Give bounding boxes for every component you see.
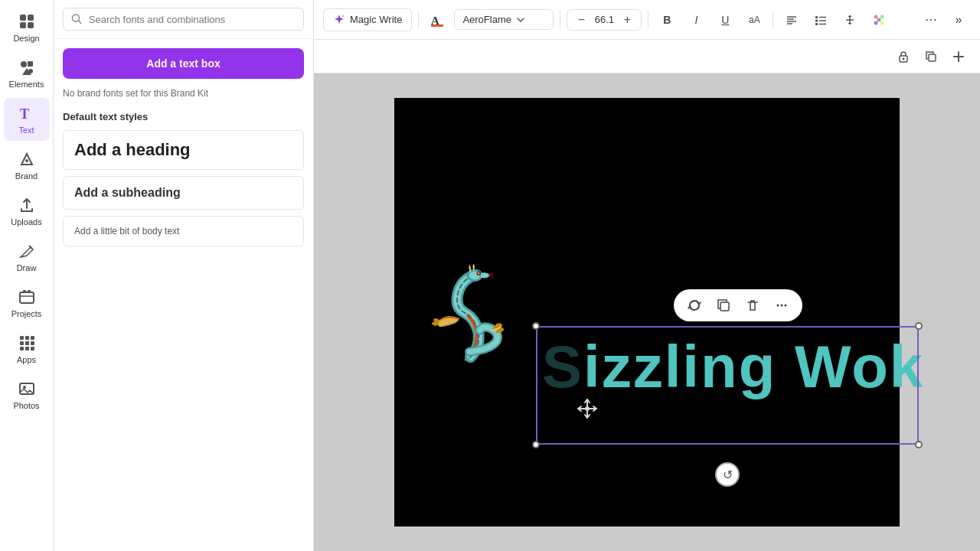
sidebar-item-label-photos: Photos <box>13 401 39 410</box>
sidebar-item-text[interactable]: T Text <box>4 98 50 141</box>
sidebar-item-brand[interactable]: Brand <box>4 144 50 187</box>
main-area: Magic Write A AeroFlame − 66.1 + B <box>314 0 980 551</box>
text-element[interactable]: Sizzling Wok ↺ <box>536 326 919 445</box>
draw-icon <box>18 242 36 260</box>
context-more-button[interactable] <box>770 294 793 317</box>
icon-sidebar: Design Elements T Text Brand <box>0 0 54 551</box>
context-rotate-icon <box>688 298 701 312</box>
dragon-logo[interactable] <box>419 264 522 367</box>
align-button[interactable] <box>779 8 804 32</box>
subheading-style-item[interactable]: Add a subheading <box>63 176 304 210</box>
svg-rect-7 <box>28 69 33 73</box>
svg-rect-5 <box>28 61 33 67</box>
font-size-increase[interactable]: + <box>619 13 635 27</box>
add-element-button[interactable] <box>946 44 971 69</box>
copy-icon <box>925 51 937 63</box>
search-box[interactable] <box>63 8 304 31</box>
expand-button[interactable]: » <box>946 8 971 32</box>
svg-rect-18 <box>31 341 34 345</box>
font-size-decrease[interactable]: − <box>573 13 589 27</box>
handle-top-left[interactable] <box>532 322 540 330</box>
svg-point-40 <box>880 15 884 18</box>
expand-label: » <box>956 13 962 27</box>
canvas-container[interactable]: Sizzling Wok ↺ <box>314 73 980 551</box>
sidebar-item-label-projects: Projects <box>11 309 42 318</box>
context-copy-button[interactable] <box>712 294 735 317</box>
svg-rect-31 <box>815 16 818 18</box>
handle-bottom-left[interactable] <box>532 441 540 448</box>
brand-icon <box>18 150 36 168</box>
magic-write-button[interactable]: Magic Write <box>323 8 412 31</box>
font-size-value[interactable]: 66.1 <box>592 14 616 25</box>
svg-point-56 <box>781 305 783 307</box>
more-options-button[interactable]: ⋯ <box>919 8 943 32</box>
canvas[interactable]: Sizzling Wok ↺ <box>394 98 900 527</box>
font-panel-header <box>54 0 313 39</box>
context-copy-icon <box>717 298 730 312</box>
svg-rect-17 <box>25 341 29 345</box>
apps-icon <box>18 334 36 352</box>
svg-rect-2 <box>20 22 26 28</box>
bold-button[interactable]: B <box>655 8 679 32</box>
align-icon <box>786 14 798 26</box>
uploads-icon <box>18 196 36 214</box>
toolbar-separator-3 <box>648 11 648 29</box>
canvas-text-prefix: S <box>542 333 583 400</box>
copy-element-button[interactable] <box>919 44 943 69</box>
font-color-button[interactable]: A <box>425 8 449 32</box>
toolbar-right: ⋯ » <box>919 8 971 32</box>
spacing-button[interactable] <box>838 8 862 32</box>
photos-icon <box>18 380 36 398</box>
lock-button[interactable] <box>891 44 916 69</box>
svg-point-45 <box>903 57 905 60</box>
canvas-text[interactable]: Sizzling Wok <box>536 326 919 403</box>
bold-label: B <box>663 14 671 26</box>
search-input[interactable] <box>89 14 296 25</box>
secondary-toolbar <box>314 40 980 73</box>
toolbar-separator-1 <box>418 11 419 29</box>
sidebar-item-draw[interactable]: Draw <box>4 236 50 279</box>
sidebar-item-design[interactable]: Design <box>4 6 50 49</box>
body-style-item[interactable]: Add a little bit of body text <box>63 216 304 246</box>
default-styles-label: Default text styles <box>54 108 313 130</box>
context-more-icon <box>775 298 789 312</box>
svg-rect-46 <box>929 54 936 61</box>
svg-rect-16 <box>20 341 24 345</box>
sidebar-item-uploads[interactable]: Uploads <box>4 190 50 233</box>
effects-icon <box>873 14 885 26</box>
sidebar-item-label-brand: Brand <box>15 171 38 181</box>
body-text: Add a little bit of body text <box>74 226 292 236</box>
sidebar-item-label-uploads: Uploads <box>11 217 41 227</box>
svg-rect-15 <box>31 336 34 340</box>
case-button[interactable]: aA <box>742 8 766 32</box>
underline-button[interactable]: U <box>713 8 737 32</box>
add-textbox-button[interactable]: Add a text box <box>63 48 304 79</box>
rotation-handle[interactable]: ↺ <box>715 462 740 487</box>
context-rotate-button[interactable] <box>683 294 706 317</box>
magic-write-label: Magic Write <box>350 14 402 25</box>
font-panel: Add a text box No brand fonts set for th… <box>54 0 314 551</box>
svg-point-9 <box>25 159 28 162</box>
svg-rect-3 <box>28 22 34 28</box>
list-button[interactable] <box>808 8 833 32</box>
effects-button[interactable] <box>867 8 891 32</box>
sidebar-item-apps[interactable]: Apps <box>4 328 50 370</box>
svg-rect-12 <box>28 290 31 293</box>
handle-top-right[interactable] <box>915 322 923 330</box>
handle-bottom-right[interactable] <box>915 441 923 448</box>
font-color-icon: A <box>430 13 444 27</box>
svg-rect-0 <box>20 15 26 21</box>
heading-style-item[interactable]: Add a heading <box>63 130 304 170</box>
heading-text: Add a heading <box>74 140 292 160</box>
italic-label: I <box>694 14 697 26</box>
sidebar-item-elements[interactable]: Elements <box>4 52 50 95</box>
sidebar-item-projects[interactable]: Projects <box>4 282 50 324</box>
spacing-icon <box>844 14 856 26</box>
projects-icon <box>18 288 36 306</box>
font-selector[interactable]: AeroFlame <box>454 9 554 30</box>
sidebar-item-label-text: Text <box>18 126 34 135</box>
context-delete-button[interactable] <box>741 294 764 317</box>
font-name: AeroFlame <box>462 14 511 25</box>
italic-button[interactable]: I <box>684 8 708 32</box>
sidebar-item-photos[interactable]: Photos <box>4 373 50 416</box>
